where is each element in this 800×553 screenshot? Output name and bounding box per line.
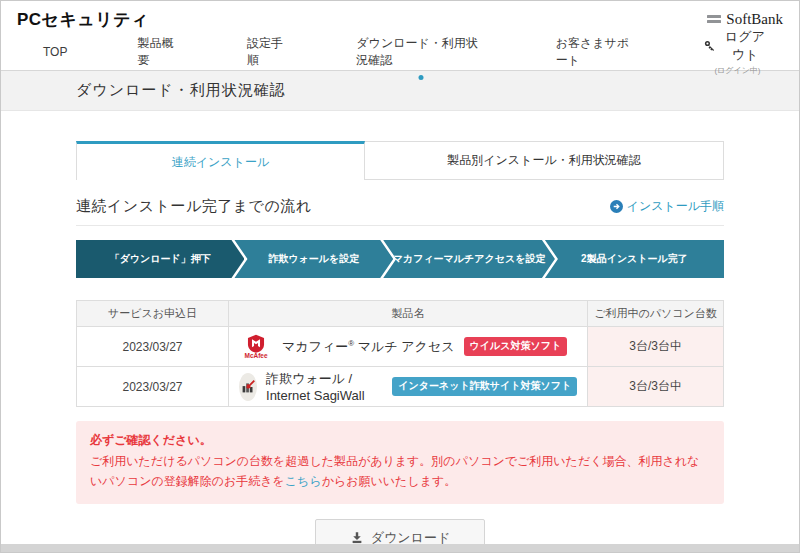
install-flow: 「ダウンロード」押下 詐欺ウォールを設定 マカフィーマルチアクセスを設定 2製品…	[76, 240, 724, 278]
softbank-logo: SoftBank	[707, 11, 783, 28]
pc-count: 3台/3台中	[588, 327, 724, 367]
nav-item-download-status-label: ダウンロード・利用状況確認	[356, 36, 477, 67]
antivirus-badge: ウイルス対策ソフト	[464, 337, 568, 356]
tab-continuous-install[interactable]: 連続インストール	[76, 141, 365, 180]
product-name: マカフィー® マルチ アクセス	[282, 338, 454, 356]
product-name: 詐欺ウォール / Internet SagiWall	[266, 370, 383, 403]
col-header-product-name: 製品名	[229, 301, 588, 327]
logout-label: ログアウト	[719, 28, 771, 64]
login-status: (ログイン中)	[704, 65, 771, 76]
flow-step-1: 「ダウンロード」押下	[76, 240, 244, 278]
sagiwall-icon	[239, 373, 257, 401]
antifraud-badge: インターネット詐欺サイト対策ソフト	[392, 377, 577, 396]
active-nav-dot	[419, 75, 424, 80]
app-title: PCセキュリティ	[17, 8, 149, 31]
main-nav: TOP 製品概要 設定手順 ダウンロード・利用状況確認 お客さまサポート ログア…	[1, 33, 799, 71]
nav-item-customer-support[interactable]: お客さまサポート	[554, 25, 638, 79]
warning-box: 必ずご確認ください。 ご利用いただけるパソコンの台数を超過した製品があります。別…	[76, 421, 724, 504]
flow-step-4: 2製品インストール完了	[545, 240, 724, 278]
flow-heading: 連続インストール完了までの流れ	[76, 197, 312, 216]
flow-step-3: マカフィーマルチアクセスを設定	[383, 240, 555, 278]
nav-item-top[interactable]: TOP	[41, 35, 69, 69]
mcafee-wordmark: McAfee	[244, 352, 267, 359]
key-icon	[704, 40, 716, 52]
arrow-circle-icon	[610, 200, 623, 213]
softbank-wordmark: SoftBank	[726, 11, 783, 28]
softbank-bars-icon	[707, 15, 721, 23]
col-header-apply-date: サービスお申込日	[77, 301, 229, 327]
table-header-row: サービスお申込日 製品名 ご利用中のパソコン台数	[77, 301, 724, 327]
warning-title: 必ずご確認ください。	[90, 432, 710, 449]
apply-date: 2023/03/27	[77, 367, 229, 407]
bottom-strip	[1, 544, 799, 552]
mcafee-shield-icon: McAfee	[239, 334, 273, 359]
tab-bar: 連続インストール 製品別インストール・利用状況確認	[76, 141, 724, 180]
pc-security-page: PCセキュリティ SoftBank TOP 製品概要 設定手順 ダウンロード・利…	[0, 0, 800, 553]
tab-per-product-status[interactable]: 製品別インストール・利用状況確認	[365, 141, 724, 180]
nav-item-product-overview[interactable]: 製品概要	[135, 25, 178, 79]
install-guide-link-label: インストール手順	[627, 198, 724, 215]
col-header-pc-count: ご利用中のパソコン台数	[588, 301, 724, 327]
nav-item-download-status[interactable]: ダウンロード・利用状況確認	[354, 25, 487, 79]
page-title: ダウンロード・利用状況確認	[76, 81, 286, 100]
table-row-sagiwall: 2023/03/27 詐欺ウォール / Internet SagiWall イン…	[77, 367, 724, 407]
kochira-link[interactable]: こちら	[285, 474, 322, 488]
flow-step-2: 詐欺ウォールを設定	[234, 240, 393, 278]
usage-table: サービスお申込日 製品名 ご利用中のパソコン台数 2023/03/27 McAf…	[76, 300, 724, 407]
nav-item-setup-steps[interactable]: 設定手順	[245, 25, 288, 79]
pc-count: 3台/3台中	[588, 367, 724, 407]
table-row-mcafee: 2023/03/27 McAfee マカフィー® マルチ アクセス ウイルス対策…	[77, 327, 724, 367]
warning-body: ご利用いただけるパソコンの台数を超過した製品があります。別のパソコンでご利用いた…	[90, 452, 710, 492]
download-icon	[350, 531, 364, 545]
install-guide-link[interactable]: インストール手順	[610, 198, 724, 215]
flow-section-header: 連続インストール完了までの流れ インストール手順	[76, 197, 724, 226]
main-content: 連続インストール 製品別インストール・利用状況確認 連続インストール完了までの流…	[1, 141, 799, 553]
apply-date: 2023/03/27	[77, 327, 229, 367]
logout-button[interactable]: ログアウト (ログイン中)	[704, 28, 771, 76]
